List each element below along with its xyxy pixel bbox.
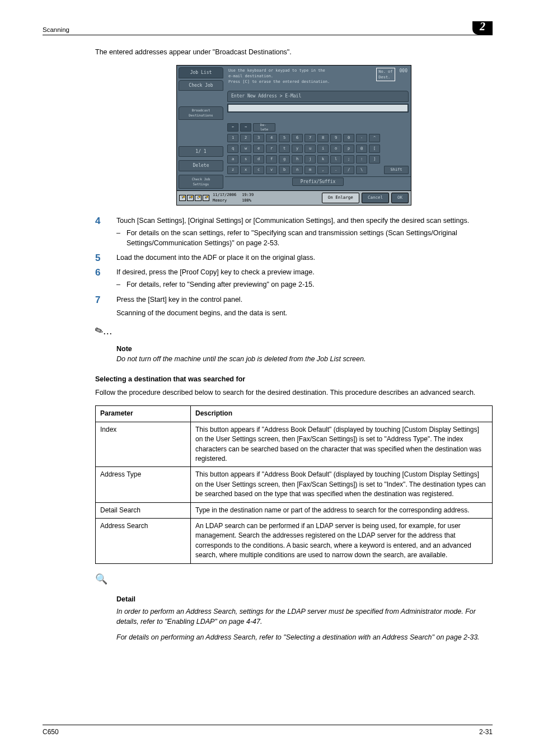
table-row: Address Type This button appears if "Add… bbox=[96, 467, 493, 502]
ss-key[interactable]: b bbox=[279, 166, 290, 174]
ss-key[interactable]: : bbox=[356, 155, 367, 164]
ss-ok-button[interactable]: OK bbox=[391, 193, 409, 203]
ss-page-indicator: 1/ 1 bbox=[179, 146, 223, 157]
table-cell-desc: Type in the destination name or part of … bbox=[191, 502, 493, 518]
ss-key[interactable]: m bbox=[305, 166, 316, 174]
table-cell-param: Address Type bbox=[96, 467, 191, 502]
footer-model: C650 bbox=[43, 727, 59, 737]
ss-key[interactable]: 4 bbox=[266, 134, 277, 142]
table-header-row: Parameter Description bbox=[96, 406, 493, 422]
ss-key[interactable]: j bbox=[305, 155, 316, 164]
table-cell-desc: This button appears if "Address Book Def… bbox=[191, 467, 493, 502]
ss-key[interactable]: , bbox=[317, 166, 329, 174]
ss-key[interactable]: 8 bbox=[317, 134, 329, 142]
ss-key[interactable]: 1 bbox=[227, 134, 238, 142]
detail-paragraph: For details on performing an Address Sea… bbox=[116, 632, 493, 642]
step-number: 4 bbox=[95, 216, 116, 249]
header-rule bbox=[43, 35, 493, 35]
ss-key[interactable]: 6 bbox=[292, 134, 303, 142]
ss-cancel-button[interactable]: Cancel bbox=[362, 193, 389, 203]
step-7: 7 Press the [Start] key in the control p… bbox=[95, 295, 493, 318]
ss-key[interactable]: e bbox=[253, 144, 264, 153]
ss-key[interactable]: h bbox=[292, 155, 303, 164]
ss-key[interactable]: [ bbox=[369, 144, 380, 153]
ss-key[interactable]: 9 bbox=[330, 134, 341, 142]
ss-key[interactable]: c bbox=[253, 166, 264, 174]
ss-key[interactable]: / bbox=[343, 166, 354, 174]
ss-dest-count: 000 bbox=[400, 68, 407, 74]
step-6: 6 If desired, press the [Proof Copy] key… bbox=[95, 267, 493, 291]
magnifier-icon: 🔍 bbox=[95, 572, 107, 586]
ss-key[interactable]: 7 bbox=[305, 134, 316, 142]
ss-key[interactable]: @ bbox=[356, 144, 367, 153]
step-bullet: For details on the scan settings, refer … bbox=[127, 228, 493, 248]
ss-key[interactable]: t bbox=[279, 144, 290, 153]
ss-enter-address-bar: Enter New Address > E-Mail bbox=[227, 91, 409, 102]
ss-key[interactable]: n bbox=[292, 166, 303, 174]
table-cell-param: Address Search bbox=[96, 518, 191, 563]
ss-key[interactable]: f bbox=[266, 155, 277, 164]
ss-key[interactable]: u bbox=[305, 144, 316, 153]
ss-time: 19:39 bbox=[242, 192, 254, 198]
step-text: Press the [Start] key in the control pan… bbox=[116, 295, 493, 305]
ss-key[interactable]: z bbox=[227, 166, 238, 174]
ss-key[interactable]: p bbox=[343, 144, 354, 153]
ss-enlarge-button[interactable]: On Enlarge bbox=[322, 193, 359, 203]
ss-key[interactable]: v bbox=[266, 166, 277, 174]
ss-delete-key[interactable]: De- lete bbox=[253, 123, 275, 132]
ss-job-list-tab[interactable]: Job List bbox=[179, 67, 223, 78]
section-title: Selecting a destination that was searche… bbox=[95, 374, 493, 384]
footer-page: 2-31 bbox=[479, 727, 493, 737]
detail-paragraph: In order to perform an Address Search, s… bbox=[116, 606, 493, 627]
ss-key[interactable]: i bbox=[317, 144, 329, 153]
ss-key[interactable]: ; bbox=[343, 155, 354, 164]
ss-broadcast-label: Broadcast Destinations bbox=[179, 106, 223, 119]
ss-key[interactable]: q bbox=[227, 144, 238, 153]
page-header-title: Scanning bbox=[43, 25, 69, 35]
ss-key[interactable]: r bbox=[266, 144, 277, 153]
ss-key[interactable]: w bbox=[240, 144, 251, 153]
ss-delete-button[interactable]: Delete bbox=[179, 160, 223, 171]
table-header: Description bbox=[191, 406, 493, 422]
ss-key[interactable]: l bbox=[330, 155, 341, 164]
ss-key-row-num: 1 2 3 4 5 6 7 8 9 0 - ^ bbox=[225, 134, 411, 142]
ss-key[interactable]: x bbox=[240, 166, 251, 174]
note-label: Note bbox=[116, 344, 493, 354]
ss-prefix-suffix-button[interactable]: Prefix/Suffix bbox=[292, 178, 344, 186]
ss-key[interactable]: 0 bbox=[343, 134, 354, 142]
ss-shift-key[interactable]: Shift bbox=[384, 166, 409, 174]
ss-key[interactable]: y bbox=[292, 144, 303, 153]
detail-label: Detail bbox=[116, 594, 493, 604]
ss-memory-label: Memory bbox=[213, 198, 236, 203]
ss-instructions: Use the keyboard or keypad to type in th… bbox=[225, 66, 411, 91]
ss-key[interactable]: ^ bbox=[369, 134, 380, 142]
step-text: Load the document into the ADF or place … bbox=[116, 253, 493, 264]
ss-key[interactable]: o bbox=[330, 144, 341, 153]
ss-key[interactable]: a bbox=[227, 155, 238, 164]
table-row: Detail Search Type in the destination na… bbox=[96, 502, 493, 518]
ss-key[interactable]: 5 bbox=[279, 134, 290, 142]
ss-key[interactable]: d bbox=[253, 155, 264, 164]
ss-check-job-tab[interactable]: Check Job bbox=[179, 80, 223, 91]
ss-arrow-right-icon[interactable]: ➡ bbox=[240, 123, 251, 132]
pencil-icon: ✎ bbox=[93, 323, 106, 339]
step-bullet: For details, refer to "Sending after pre… bbox=[127, 279, 314, 290]
ss-key[interactable]: - bbox=[356, 134, 367, 142]
step-5: 5 Load the document into the ADF or plac… bbox=[95, 253, 493, 264]
ss-key[interactable]: . bbox=[330, 166, 341, 174]
ss-key[interactable]: k bbox=[317, 155, 329, 164]
bullet-dash: – bbox=[116, 228, 127, 248]
ss-text-input[interactable] bbox=[227, 104, 409, 113]
table-cell-desc: An LDAP search can be performed if an LD… bbox=[191, 518, 493, 563]
ss-check-settings-button[interactable]: Check Job Settings bbox=[179, 175, 223, 189]
ss-key[interactable]: ] bbox=[369, 155, 380, 164]
ss-toner-indicators: Y M C K bbox=[179, 195, 209, 201]
ss-key[interactable]: \ bbox=[356, 166, 367, 174]
ss-key[interactable]: g bbox=[279, 155, 290, 164]
ss-arrow-left-icon[interactable]: ⬅ bbox=[227, 123, 238, 132]
parameter-table: Parameter Description Index This button … bbox=[95, 405, 493, 563]
ss-key[interactable]: 3 bbox=[253, 134, 264, 142]
ss-key[interactable]: 2 bbox=[240, 134, 251, 142]
step-4: 4 Touch [Scan Settings], [Original Setti… bbox=[95, 216, 493, 249]
ss-key[interactable]: s bbox=[240, 155, 251, 164]
